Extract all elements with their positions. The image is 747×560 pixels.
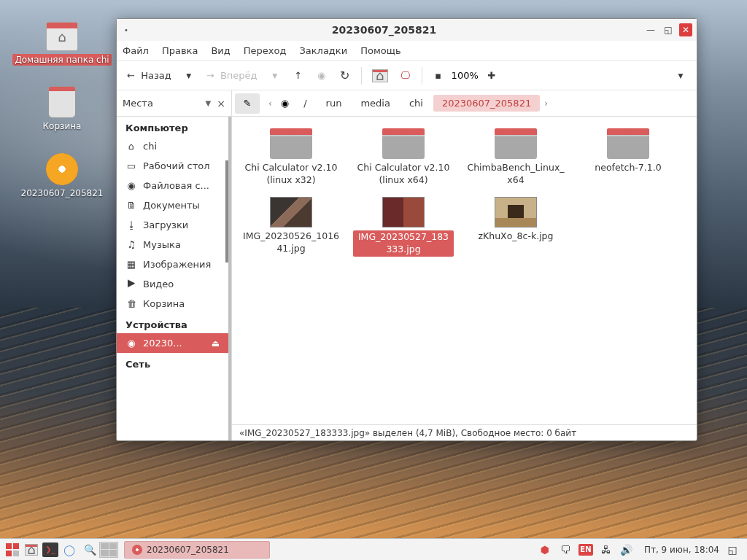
back-button[interactable]: ← Назад <box>123 66 176 86</box>
image-thumbnail <box>495 197 537 228</box>
pathbar: ✎ ‹ ◉ / run media chi 20230607_205821 › <box>232 90 697 117</box>
path-scroll-right[interactable]: › <box>541 98 551 109</box>
path-current[interactable]: 20230607_205821 <box>433 95 540 112</box>
sidebar-item-music[interactable]: ♫Музыка <box>117 235 228 254</box>
taskbar: ❯_ ◯ 🔍 20230607_205821 ⬢ 🗨 EN 🖧 🔊 Пт, 9 … <box>0 538 747 560</box>
desktop-icon-label: Домашняя папка chi <box>12 54 111 66</box>
taskbar-window-button[interactable]: 20230607_205821 <box>124 541 270 559</box>
edit-path-button[interactable]: ✎ <box>235 93 260 114</box>
path-scroll-left[interactable]: ‹ <box>266 98 275 109</box>
svg-rect-1 <box>13 543 19 549</box>
maximize-button[interactable]: ◱ <box>662 23 675 36</box>
home-button[interactable] <box>368 66 392 86</box>
zoom-out-button[interactable]: ▪ <box>428 66 449 86</box>
section-computer: Компьютер <box>117 117 228 136</box>
workspace-pager[interactable] <box>99 542 118 558</box>
quick-launch: ❯_ ◯ 🔍 <box>22 541 99 559</box>
sidebar-selector[interactable]: Места ▼ × <box>117 90 231 117</box>
disc-icon <box>132 545 142 555</box>
stop-button[interactable]: ◉ <box>311 66 332 86</box>
image-item[interactable]: IMG_20230526_101641.jpg <box>238 194 344 260</box>
folder-icon <box>607 128 649 159</box>
desktop-icon-trash[interactable]: Корзина <box>11 86 113 131</box>
file-manager-window: • 20230607_205821 — ◱ ✕ Файл Правка Вид … <box>116 18 697 441</box>
launcher-files[interactable] <box>22 541 41 559</box>
view-mode-button[interactable]: ▼ <box>670 66 691 86</box>
forward-history-button[interactable]: ▼ <box>265 66 285 86</box>
menu-go[interactable]: Переход <box>244 45 287 56</box>
menu-edit[interactable]: Правка <box>162 45 198 56</box>
launcher-terminal[interactable]: ❯_ <box>42 542 58 557</box>
separator <box>361 67 362 85</box>
menu-bookmarks[interactable]: Закладки <box>299 45 347 56</box>
image-item[interactable]: IMG_20230527_183333.jpg <box>350 194 457 260</box>
desktop-icon-disc[interactable]: 20230607_205821 <box>11 153 113 198</box>
videos-icon: ⯈ <box>125 279 137 289</box>
desktop-icon-label: 20230607_205821 <box>20 188 105 198</box>
image-thumbnail <box>382 197 425 228</box>
file-grid[interactable]: Chi Calculator v2.10 (linux x32) Chi Cal… <box>232 117 697 424</box>
close-button[interactable]: ✕ <box>679 23 692 36</box>
keyboard-layout[interactable]: EN <box>578 544 593 556</box>
path-root[interactable]: / <box>295 95 315 112</box>
back-history-button[interactable]: ▼ <box>179 66 199 86</box>
launcher-search[interactable]: 🔍 <box>80 541 99 559</box>
menu-file[interactable]: Файл <box>123 45 149 56</box>
places-label: Места <box>123 98 206 109</box>
sidebar-item-documents[interactable]: 🗎Документы <box>117 195 228 215</box>
computer-button[interactable]: 🖵 <box>395 66 416 86</box>
menu-help[interactable]: Помощь <box>360 45 400 56</box>
chevron-down-icon: ▼ <box>206 99 212 107</box>
statusbar: «IMG_20230527_183333.jpg» выделен (4,7 M… <box>232 424 697 440</box>
titlebar[interactable]: • 20230607_205821 — ◱ ✕ <box>117 19 697 41</box>
desktop-icon-home[interactable]: Домашняя папка chi <box>11 22 113 66</box>
zoom-level: 100% <box>452 70 479 81</box>
app-menu-button[interactable] <box>3 541 22 559</box>
sidebar-item-device[interactable]: ◉ 20230... ⏏ <box>117 333 228 353</box>
folder-item[interactable]: Chi Calculator v2.10 (linux x64) <box>350 125 457 190</box>
path-media[interactable]: media <box>352 95 399 112</box>
eject-button[interactable]: ⏏ <box>212 338 220 349</box>
sidebar-item-downloads[interactable]: ⭳Загрузки <box>117 215 228 235</box>
show-desktop-button[interactable]: ◱ <box>725 542 740 557</box>
folder-item[interactable]: ChimbaBench_Linux_x64 <box>462 125 569 190</box>
tray-network-icon[interactable]: 🖧 <box>599 542 614 557</box>
sidebar-item-home[interactable]: ⌂chi <box>117 136 228 156</box>
up-button[interactable]: ↑ <box>288 66 309 86</box>
tray-chat-icon[interactable]: 🗨 <box>558 542 573 557</box>
sidebar-item-trash[interactable]: 🗑Корзина <box>117 294 228 314</box>
documents-icon: 🗎 <box>125 200 137 211</box>
section-devices: Устройства <box>117 314 228 333</box>
disc-icon: ◉ <box>125 338 137 349</box>
folder-icon <box>270 128 312 159</box>
close-sidebar-button[interactable]: × <box>217 98 225 109</box>
desktop-icon: ▭ <box>125 160 137 171</box>
tray-package-icon[interactable]: ⬢ <box>538 542 552 557</box>
sidebar-item-desktop[interactable]: ▭Рабочий стол <box>117 156 228 176</box>
path-run[interactable]: run <box>317 95 351 112</box>
music-icon: ♫ <box>125 239 137 250</box>
launcher-browser[interactable]: ◯ <box>60 541 79 559</box>
menu-view[interactable]: Вид <box>211 45 230 56</box>
svg-rect-2 <box>6 551 12 556</box>
svg-rect-3 <box>13 551 19 556</box>
folder-item[interactable]: neofetch-7.1.0 <box>575 125 681 190</box>
folder-item[interactable]: Chi Calculator v2.10 (linux x32) <box>238 125 344 190</box>
forward-button[interactable]: → Вперёд <box>202 66 262 86</box>
home-icon: ⌂ <box>125 141 137 152</box>
menubar: Файл Правка Вид Переход Закладки Помощь <box>117 41 697 61</box>
zoom-in-button[interactable]: ✚ <box>481 66 502 86</box>
desktop-icon-label: Корзина <box>42 121 83 131</box>
path-chi[interactable]: chi <box>400 95 432 112</box>
folder-icon <box>495 128 537 159</box>
minimize-button[interactable]: — <box>644 23 657 36</box>
window-title: 20230607_205821 <box>128 24 640 36</box>
reload-button[interactable]: ↻ <box>335 66 355 86</box>
sidebar-item-pictures[interactable]: ▦Изображения <box>117 254 228 274</box>
tray-volume-icon[interactable]: 🔊 <box>619 542 634 557</box>
trash-icon: 🗑 <box>125 298 137 309</box>
sidebar-item-videos[interactable]: ⯈Видео <box>117 274 228 294</box>
clock[interactable]: Пт, 9 июн, 18:04 <box>644 545 719 555</box>
image-item[interactable]: zKhuXo_8c-k.jpg <box>462 194 569 260</box>
sidebar-item-filesystem[interactable]: ◉Файловая с... <box>117 176 228 195</box>
